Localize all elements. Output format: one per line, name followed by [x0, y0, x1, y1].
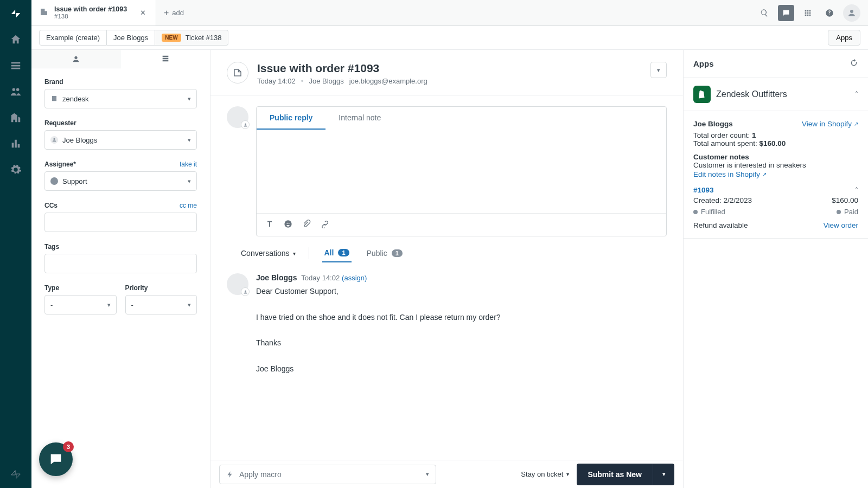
- view-order-link[interactable]: View order: [824, 221, 858, 229]
- chat-status-icon[interactable]: [778, 5, 794, 21]
- order-count-value: 1: [752, 131, 756, 139]
- submit-button[interactable]: Submit as New: [577, 464, 653, 485]
- public-reply-tab[interactable]: Public reply: [257, 107, 326, 130]
- channel-icon: [227, 62, 248, 84]
- order-created-value: 2/2/2023: [724, 196, 752, 204]
- breadcrumb-user[interactable]: Joe Bloggs: [107, 30, 155, 46]
- plus-icon: +: [164, 9, 169, 17]
- tab-subtitle: #138: [54, 13, 127, 20]
- lightning-icon: [226, 471, 234, 478]
- order-count-label: Total order count:: [693, 131, 752, 139]
- home-icon[interactable]: [9, 33, 23, 47]
- close-tab-icon[interactable]: ✕: [138, 7, 148, 19]
- help-icon[interactable]: [821, 5, 838, 21]
- status-badge-new: New: [162, 34, 181, 42]
- format-text-icon[interactable]: [265, 220, 274, 230]
- organizations-icon[interactable]: [9, 111, 23, 125]
- breadcrumb-ticket[interactable]: New Ticket #138: [155, 30, 228, 46]
- ticket-options-button[interactable]: ▾: [650, 62, 667, 78]
- search-icon[interactable]: [756, 5, 773, 21]
- apps-panel-title: Apps: [693, 59, 714, 68]
- amount-spent-value: $160.00: [760, 139, 786, 147]
- customer-notes-label: Customer notes: [693, 153, 858, 161]
- add-tab-button[interactable]: + add: [156, 0, 192, 25]
- type-value: -: [50, 301, 53, 309]
- reply-textarea[interactable]: [257, 130, 666, 213]
- customers-icon[interactable]: [9, 85, 23, 99]
- ticket-timestamp: Today 14:02: [257, 77, 296, 85]
- conversations-dropdown[interactable]: Conversations ▾: [241, 249, 296, 258]
- app-card-header[interactable]: Zendesk Outfitters ˄: [684, 78, 868, 111]
- ticket-tab[interactable]: Issue with order #1093 #138 ✕: [31, 0, 156, 25]
- order-created-label: Created:: [693, 196, 724, 204]
- assignee-label: Assignee*: [44, 160, 76, 168]
- zendesk-footer-icon[interactable]: [9, 467, 23, 481]
- building-icon: [50, 94, 58, 104]
- filter-all[interactable]: All 1: [322, 244, 352, 262]
- stay-on-ticket-dropdown[interactable]: Stay on ticket ▾: [521, 470, 569, 478]
- ticket-properties-tab[interactable]: [121, 50, 210, 68]
- apps-panel: Apps Zendesk Outfitters ˄ Joe Bloggs Vie…: [684, 50, 868, 488]
- type-label: Type: [44, 284, 117, 292]
- add-tab-label: add: [172, 9, 184, 17]
- emoji-icon[interactable]: [284, 220, 292, 230]
- requester-label: Requester: [44, 119, 197, 127]
- customer-context-tab[interactable]: [31, 50, 121, 68]
- apps-toggle-button[interactable]: Apps: [828, 30, 860, 46]
- refresh-apps-icon[interactable]: [850, 59, 858, 69]
- status-dot-icon: [693, 210, 698, 214]
- breadcrumb-example[interactable]: Example (create): [39, 30, 107, 46]
- shopify-app-icon: [693, 86, 711, 103]
- user-status-icon: [241, 287, 250, 296]
- reporting-icon[interactable]: [9, 137, 23, 151]
- submit-options-button[interactable]: ▾: [653, 464, 674, 485]
- all-count-badge: 1: [338, 249, 349, 256]
- attachment-icon[interactable]: [302, 220, 311, 230]
- edit-notes-link[interactable]: Edit notes in Shopify ↗: [693, 170, 767, 178]
- take-it-link[interactable]: take it: [180, 160, 197, 168]
- ticket-author: Joe Bloggs: [309, 77, 343, 85]
- ccs-label: CCs: [44, 202, 58, 209]
- assignee-value: Support: [62, 177, 87, 185]
- filter-public[interactable]: Public 1: [365, 245, 405, 262]
- view-in-shopify-link[interactable]: View in Shopify ↗: [802, 120, 858, 128]
- conversation-pane: Issue with order #1093 Today 14:02 • Joe…: [210, 50, 684, 488]
- public-count-badge: 1: [392, 249, 403, 257]
- admin-gear-icon[interactable]: [9, 163, 23, 177]
- zendesk-logo-icon[interactable]: [9, 7, 23, 21]
- apps-grid-icon[interactable]: [800, 5, 816, 21]
- priority-select[interactable]: - ▾: [125, 295, 197, 314]
- priority-value: -: [131, 301, 133, 309]
- group-icon: [50, 177, 58, 185]
- internal-note-tab[interactable]: Internal note: [326, 107, 394, 130]
- order-collapse-icon[interactable]: ˄: [855, 187, 858, 194]
- apply-macro-select[interactable]: Apply macro ▾: [219, 465, 436, 484]
- tags-input[interactable]: [44, 254, 197, 273]
- requester-select[interactable]: Joe Bloggs ▾: [44, 130, 197, 150]
- chevron-down-icon: ▾: [188, 137, 191, 144]
- chat-unread-badge: 3: [63, 441, 74, 452]
- message-body: Dear Customer Support, I have tried on t…: [256, 285, 667, 376]
- refund-available-text: Refund available: [693, 221, 748, 229]
- chevron-down-icon: ▾: [188, 95, 191, 102]
- app-body: Joe Bloggs View in Shopify ↗ Total order…: [684, 111, 868, 239]
- assignee-select[interactable]: Support ▾: [44, 171, 197, 191]
- chevron-down-icon: ▾: [293, 251, 296, 256]
- views-icon[interactable]: [9, 59, 23, 73]
- profile-avatar[interactable]: [843, 4, 860, 22]
- assign-link[interactable]: (assign): [342, 274, 367, 282]
- reply-composer: Public reply Internal note: [256, 106, 667, 236]
- tags-label: Tags: [44, 243, 197, 251]
- order-id-link[interactable]: #1093: [693, 186, 714, 194]
- brand-label: Brand: [44, 78, 197, 86]
- brand-select[interactable]: zendesk ▾: [44, 89, 197, 108]
- cc-me-link[interactable]: cc me: [180, 202, 197, 209]
- link-icon[interactable]: [321, 220, 329, 230]
- external-link-icon: ↗: [854, 121, 858, 127]
- chat-fab-button[interactable]: 3: [39, 442, 73, 476]
- chevron-down-icon: ▾: [107, 301, 111, 309]
- ccs-input[interactable]: [44, 213, 197, 232]
- chevron-down-icon: ▾: [188, 301, 191, 309]
- order-amount: $160.00: [832, 196, 858, 204]
- type-select[interactable]: - ▾: [44, 295, 117, 314]
